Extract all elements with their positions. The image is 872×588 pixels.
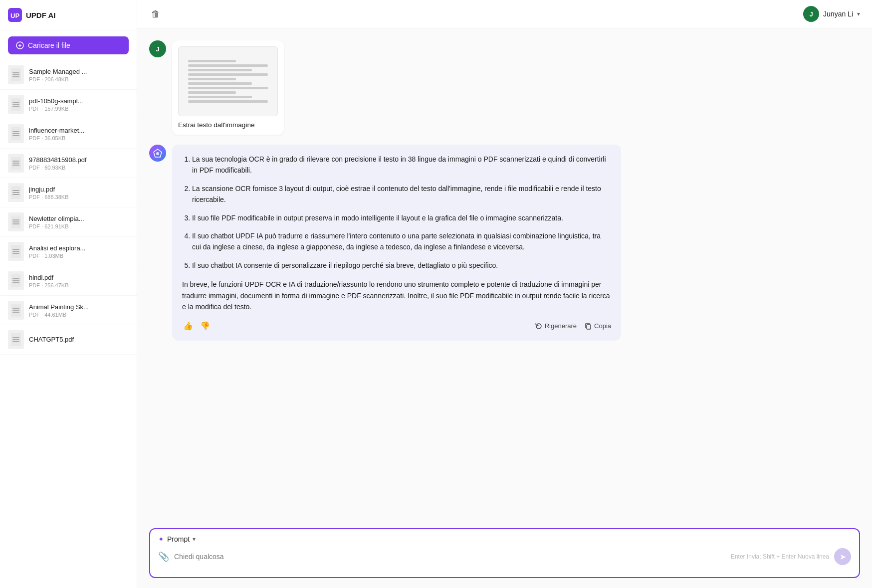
upload-icon bbox=[16, 41, 24, 49]
list-item[interactable]: influencer-market... PDF · 36.05KB bbox=[0, 119, 137, 149]
file-icon-lines bbox=[12, 102, 19, 107]
file-icon-line bbox=[12, 253, 19, 254]
main-area: 🗑 J Junyan Li ▾ J bbox=[137, 0, 872, 588]
pdf-thumb-lines bbox=[188, 60, 268, 103]
file-info: Animal Painting Sk... PDF · 44.61MB bbox=[29, 303, 129, 318]
file-name: 9788834815908.pdf bbox=[29, 156, 129, 164]
file-icon-lines bbox=[12, 308, 19, 313]
app-header: UP UPDF AI bbox=[0, 0, 137, 30]
file-icon bbox=[8, 212, 24, 231]
ai-message: La sua tecnologia OCR è in grado di rile… bbox=[149, 145, 860, 341]
file-name: hindi.pdf bbox=[29, 274, 129, 281]
file-meta: PDF · 157.99KB bbox=[29, 106, 129, 112]
file-icon-lines bbox=[12, 337, 19, 342]
ai-point: Il suo chatbot IA consente di personaliz… bbox=[192, 260, 611, 271]
thumb-line bbox=[188, 69, 252, 71]
file-icon-line bbox=[12, 310, 19, 311]
file-icon-lines bbox=[12, 219, 19, 224]
file-icon-line bbox=[12, 104, 19, 105]
file-icon-line bbox=[12, 251, 19, 252]
file-icon bbox=[8, 271, 24, 290]
ai-actions: 👍 👎 Rigenerare bbox=[182, 320, 611, 332]
input-top-bar: ✦ Prompt ▾ bbox=[158, 535, 851, 543]
sidebar: UP UPDF AI Caricare il file Sample Manag… bbox=[0, 0, 137, 588]
delete-button[interactable]: 🗑 bbox=[149, 7, 162, 21]
pdf-thumbnail bbox=[178, 46, 278, 116]
ai-avatar bbox=[149, 145, 166, 162]
regenerate-label: Rigenerare bbox=[545, 322, 577, 330]
file-icon bbox=[8, 95, 24, 114]
thumbs-up-button[interactable]: 👍 bbox=[182, 320, 194, 332]
file-info: pdf-1050g-sampl... PDF · 157.99KB bbox=[29, 97, 129, 112]
svg-rect-7 bbox=[587, 325, 591, 329]
list-item[interactable]: pdf-1050g-sampl... PDF · 157.99KB bbox=[0, 90, 137, 119]
file-name: Animal Painting Sk... bbox=[29, 303, 129, 311]
topbar: 🗑 J Junyan Li ▾ bbox=[137, 0, 872, 28]
file-icon bbox=[8, 301, 24, 320]
ai-avatar-circle bbox=[149, 145, 166, 162]
file-name: CHATGPT5.pdf bbox=[29, 336, 129, 343]
app-logo-icon: UP bbox=[8, 8, 22, 22]
list-item[interactable]: Animal Painting Sk... PDF · 44.61MB bbox=[0, 296, 137, 325]
user-message-content: Estrai testo dall'immagine bbox=[172, 40, 284, 135]
list-item[interactable]: 9788834815908.pdf PDF · 60.93KB bbox=[0, 149, 137, 178]
list-item[interactable]: Newletter olimpia... PDF · 621.91KB bbox=[0, 207, 137, 237]
file-icon-line bbox=[12, 161, 19, 162]
app-title: UPDF AI bbox=[26, 11, 55, 19]
ai-point: Il suo file PDF modificabile in output p… bbox=[192, 212, 611, 223]
file-info: CHATGPT5.pdf bbox=[29, 336, 129, 344]
ai-action-buttons: Rigenerare Copia bbox=[535, 322, 611, 330]
attach-button[interactable]: 📎 bbox=[158, 551, 169, 562]
file-icon-line bbox=[12, 165, 19, 166]
thumb-line bbox=[188, 78, 236, 80]
file-info: hindi.pdf PDF · 256.47KB bbox=[29, 274, 129, 288]
user-avatar: J bbox=[803, 6, 819, 22]
send-button[interactable]: ➤ bbox=[834, 548, 851, 565]
upload-button-label: Caricare il file bbox=[28, 41, 70, 49]
copy-icon bbox=[585, 323, 592, 330]
file-icon-line bbox=[12, 106, 19, 107]
sparkle-icon: ✦ bbox=[158, 535, 164, 543]
list-item[interactable]: hindi.pdf PDF · 256.47KB bbox=[0, 266, 137, 296]
user-area[interactable]: J Junyan Li ▾ bbox=[803, 6, 860, 22]
file-icon bbox=[8, 154, 24, 173]
file-name: influencer-market... bbox=[29, 127, 129, 134]
regenerate-button[interactable]: Rigenerare bbox=[535, 322, 577, 330]
chat-input[interactable] bbox=[174, 553, 726, 561]
copy-button[interactable]: Copia bbox=[585, 322, 611, 330]
thumbs-down-button[interactable]: 👎 bbox=[199, 320, 211, 332]
file-icon-line bbox=[12, 192, 19, 193]
copy-label: Copia bbox=[594, 322, 611, 330]
file-info: influencer-market... PDF · 36.05KB bbox=[29, 127, 129, 141]
file-icon-line bbox=[12, 219, 19, 220]
file-info: 9788834815908.pdf PDF · 60.93KB bbox=[29, 156, 129, 171]
file-list: Sample Managed ... PDF · 206.48KB pdf-10… bbox=[0, 60, 137, 588]
prompt-dropdown-icon[interactable]: ▾ bbox=[193, 536, 196, 543]
file-name: jingju.pdf bbox=[29, 186, 129, 193]
user-avatar-small: J bbox=[149, 40, 166, 57]
list-item[interactable]: CHATGPT5.pdf bbox=[0, 325, 137, 355]
file-icon bbox=[8, 124, 24, 143]
ai-feedback: 👍 👎 bbox=[182, 320, 211, 332]
file-info: Newletter olimpia... PDF · 621.91KB bbox=[29, 215, 129, 229]
upload-button[interactable]: Caricare il file bbox=[8, 36, 129, 54]
file-icon-line bbox=[12, 312, 19, 313]
file-meta: PDF · 44.61MB bbox=[29, 312, 129, 318]
file-icon-line bbox=[12, 76, 19, 77]
file-icon-lines bbox=[12, 249, 19, 254]
user-name: Junyan Li bbox=[823, 10, 853, 18]
input-area: ✦ Prompt ▾ 📎 Enter Invia; Shift + Enter … bbox=[137, 520, 872, 588]
file-icon-lines bbox=[12, 190, 19, 195]
file-icon bbox=[8, 65, 24, 84]
file-icon-line bbox=[12, 74, 19, 75]
svg-point-6 bbox=[156, 152, 159, 155]
file-meta: PDF · 688.38KB bbox=[29, 194, 129, 200]
list-item[interactable]: Sample Managed ... PDF · 206.48KB bbox=[0, 60, 137, 90]
ai-summary: In breve, le funzioni UPDF OCR e IA di t… bbox=[182, 279, 611, 312]
file-icon-line bbox=[12, 278, 19, 279]
file-info: Analisi ed esplora... PDF · 1.03MB bbox=[29, 244, 129, 259]
list-item[interactable]: jingju.pdf PDF · 688.38KB bbox=[0, 178, 137, 207]
list-item[interactable]: Analisi ed esplora... PDF · 1.03MB bbox=[0, 237, 137, 266]
file-icon-line bbox=[12, 221, 19, 222]
file-icon-line bbox=[12, 223, 19, 224]
